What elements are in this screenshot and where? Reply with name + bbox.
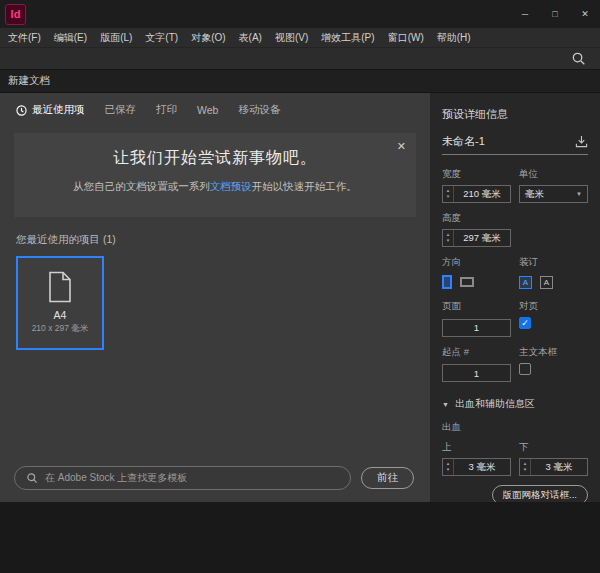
tab-print[interactable]: 打印: [156, 103, 177, 117]
bleed-slug-section-label: 出血和辅助信息区: [455, 397, 535, 411]
bleed-top-value[interactable]: 3 毫米: [454, 461, 510, 474]
bleed-bottom-stepper[interactable]: ▲ ▼ 3 毫米: [519, 458, 588, 476]
new-document-dialog: 最近使用项 已保存 打印 Web 移动设备 ✕ 让我们开始尝试新事物吧。: [0, 93, 600, 502]
tab-recent[interactable]: 最近使用项: [16, 103, 85, 117]
menu-type[interactable]: 文字(T): [145, 31, 178, 45]
tab-print-label: 打印: [156, 103, 177, 117]
banner-subtitle-pre: 从您自己的文档设置或一系列: [73, 180, 210, 192]
document-tab-strip: 新建文档: [0, 70, 600, 93]
facing-pages-checkbox[interactable]: ✓: [519, 317, 531, 329]
app-toolbar: [0, 47, 600, 70]
document-name-row: 未命名-1: [442, 134, 588, 155]
orientation-portrait-icon[interactable]: [442, 275, 452, 289]
section-chevron-icon: ▼: [442, 401, 449, 408]
menu-window[interactable]: 窗口(W): [388, 31, 424, 45]
banner-title: 让我们开始尝试新事物吧。: [14, 148, 416, 169]
banner-subtitle: 从您自己的文档设置或一系列文档预设开始以快速开始工作。: [14, 180, 416, 194]
titlebar: Id ─ □ ✕: [0, 0, 600, 28]
start-number-input[interactable]: [442, 364, 511, 382]
recent-items-heading: 您最近使用的项目 (1): [16, 233, 430, 247]
chevron-down-icon: ▼: [576, 191, 582, 197]
width-stepper[interactable]: ▲ ▼ 210 毫米: [442, 185, 511, 203]
recent-preset-card-a4[interactable]: A4 210 x 297 毫米: [16, 256, 104, 350]
unit-dropdown[interactable]: 毫米 ▼: [519, 185, 588, 203]
menu-view[interactable]: 视图(V): [275, 31, 308, 45]
stepper-up-icon[interactable]: ▲: [446, 462, 450, 467]
go-button[interactable]: 前往: [361, 467, 414, 489]
facing-pages-label: 对页: [519, 300, 588, 313]
stepper-down-icon[interactable]: ▼: [523, 468, 527, 473]
pages-facing-row: 页面 对页 ✓: [442, 300, 588, 337]
height-value[interactable]: 297 毫米: [454, 232, 510, 245]
pages-label: 页面: [442, 300, 511, 313]
maximize-button[interactable]: □: [540, 0, 570, 28]
stepper-up-icon[interactable]: ▲: [446, 233, 450, 238]
save-preset-icon[interactable]: [575, 135, 588, 148]
menu-object[interactable]: 对象(O): [191, 31, 225, 45]
minimize-button[interactable]: ─: [510, 0, 540, 28]
pages-input[interactable]: [442, 319, 511, 337]
menu-plugins[interactable]: 增效工具(P): [321, 31, 374, 45]
menu-layout[interactable]: 版面(L): [100, 31, 132, 45]
tab-recent-label: 最近使用项: [32, 103, 85, 117]
menu-help[interactable]: 帮助(H): [437, 31, 471, 45]
panel-title: 预设详细信息: [442, 107, 588, 122]
document-name-field[interactable]: 未命名-1: [442, 134, 485, 149]
preset-card-name: A4: [54, 309, 67, 321]
bleed-label: 出血: [442, 421, 588, 434]
document-presets-link[interactable]: 文档预设: [210, 180, 252, 192]
bleed-bottom-value[interactable]: 3 毫米: [531, 461, 587, 474]
indesign-logo: Id: [5, 4, 26, 25]
start-number-label: 起点 #: [442, 346, 511, 359]
search-icon[interactable]: [571, 51, 586, 66]
preset-details-panel: 预设详细信息 未命名-1 宽度 ▲ ▼ 210 毫米: [430, 93, 600, 502]
banner-subtitle-post: 开始以快速开始工作。: [252, 180, 357, 192]
bleed-top-stepper[interactable]: ▲ ▼ 3 毫米: [442, 458, 511, 476]
unit-label: 单位: [519, 168, 588, 181]
width-value[interactable]: 210 毫米: [454, 188, 510, 201]
orientation-binding-row: 方向 装订 A A: [442, 256, 588, 291]
primary-text-frame-checkbox[interactable]: [519, 363, 531, 375]
stock-search-input[interactable]: 在 Adobe Stock 上查找更多模板: [14, 466, 351, 490]
clock-icon: [16, 105, 27, 116]
stepper-down-icon[interactable]: ▼: [446, 468, 450, 473]
menu-edit[interactable]: 编辑(E): [54, 31, 87, 45]
bleed-slug-section-header[interactable]: ▼ 出血和辅助信息区: [442, 397, 588, 411]
height-stepper[interactable]: ▲ ▼ 297 毫米: [442, 229, 511, 247]
window-controls: ─ □ ✕: [510, 0, 600, 28]
height-stepper-arrows[interactable]: ▲ ▼: [443, 230, 454, 246]
stepper-up-icon[interactable]: ▲: [446, 189, 450, 194]
tab-web[interactable]: Web: [197, 104, 218, 116]
tab-mobile-label: 移动设备: [238, 103, 280, 117]
workspace-background: [0, 502, 600, 573]
stock-search-placeholder: 在 Adobe Stock 上查找更多模板: [45, 471, 187, 485]
bleed-top-stepper-arrows[interactable]: ▲ ▼: [443, 459, 454, 475]
unit-value: 毫米: [525, 188, 544, 201]
primary-text-frame-label: 主文本框: [519, 346, 588, 359]
bleed-bottom-stepper-arrows[interactable]: ▲ ▼: [520, 459, 531, 475]
binding-right-icon[interactable]: A: [540, 276, 553, 289]
document-tab-label: 新建文档: [8, 74, 50, 88]
indesign-app: Id ─ □ ✕ 文件(F) 编辑(E) 版面(L) 文字(T) 对象(O) 表…: [0, 0, 600, 573]
banner-close-icon[interactable]: ✕: [397, 140, 406, 153]
bleed-values-row: 上 ▲ ▼ 3 毫米 下 ▲ ▼: [442, 441, 588, 476]
close-button[interactable]: ✕: [570, 0, 600, 28]
height-row: 高度 ▲ ▼ 297 毫米: [442, 212, 588, 247]
preset-card-dimensions: 210 x 297 毫米: [32, 323, 89, 335]
binding-left-icon[interactable]: A: [519, 276, 532, 289]
orientation-landscape-icon[interactable]: [460, 277, 474, 287]
dialog-left-pane: 最近使用项 已保存 打印 Web 移动设备 ✕ 让我们开始尝试新事物吧。: [0, 93, 430, 502]
stock-search-icon: [26, 472, 38, 484]
preset-category-tabs: 最近使用项 已保存 打印 Web 移动设备: [0, 93, 430, 123]
stock-search-row: 在 Adobe Stock 上查找更多模板 前往: [0, 456, 430, 502]
stepper-down-icon[interactable]: ▼: [446, 239, 450, 244]
start-ptf-row: 起点 # 主文本框: [442, 346, 588, 383]
menu-file[interactable]: 文件(F): [8, 31, 41, 45]
document-page-icon: [47, 271, 73, 303]
tab-mobile[interactable]: 移动设备: [238, 103, 280, 117]
width-stepper-arrows[interactable]: ▲ ▼: [443, 186, 454, 202]
tab-saved[interactable]: 已保存: [105, 103, 137, 117]
stepper-up-icon[interactable]: ▲: [523, 462, 527, 467]
stepper-down-icon[interactable]: ▼: [446, 195, 450, 200]
menu-table[interactable]: 表(A): [239, 31, 262, 45]
